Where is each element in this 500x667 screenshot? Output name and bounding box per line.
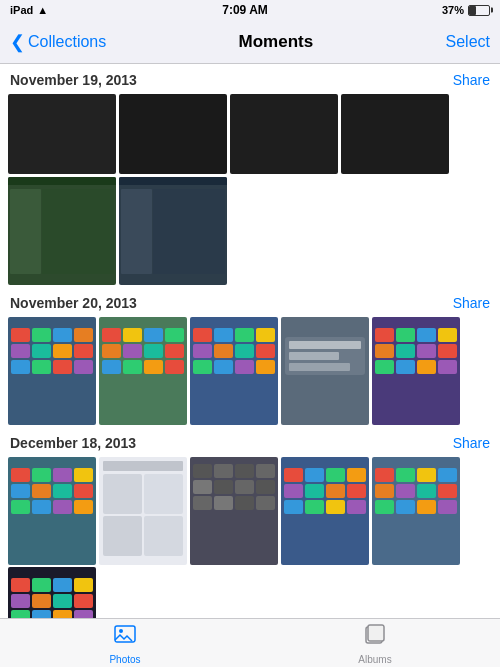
section-date-nov20: November 20, 2013: [10, 295, 137, 311]
carrier-label: iPad: [10, 4, 33, 16]
photo-thumb[interactable]: [8, 457, 96, 565]
section-header-dec18: December 18, 2013 Share: [0, 427, 500, 455]
section-date-nov19: November 19, 2013: [10, 72, 137, 88]
photo-grid-nov19: [0, 92, 500, 287]
svg-point-1: [119, 629, 123, 633]
photo-thumb[interactable]: [99, 317, 187, 425]
photo-thumb[interactable]: [8, 567, 96, 618]
photo-thumb[interactable]: [341, 94, 449, 174]
select-button[interactable]: Select: [446, 33, 490, 51]
chevron-left-icon: ❮: [10, 31, 25, 53]
tab-albums[interactable]: Albums: [250, 622, 500, 665]
nav-title: Moments: [239, 32, 314, 52]
section-dec18: December 18, 2013 Share: [0, 427, 500, 618]
status-right: 37%: [442, 4, 490, 16]
photos-icon: [113, 622, 137, 652]
battery-icon: [468, 5, 490, 16]
back-button[interactable]: ❮ Collections: [10, 31, 106, 53]
photo-thumb[interactable]: [230, 94, 338, 174]
share-button-nov19[interactable]: Share: [453, 72, 490, 88]
battery-percent: 37%: [442, 4, 464, 16]
photo-thumb[interactable]: [281, 317, 369, 425]
photo-thumb[interactable]: [8, 94, 116, 174]
tab-photos[interactable]: Photos: [0, 622, 250, 665]
wifi-icon: ▲: [37, 4, 48, 16]
photo-thumb[interactable]: [119, 94, 227, 174]
photo-thumb[interactable]: [119, 177, 227, 285]
photo-grid-nov20: [0, 315, 500, 427]
status-time: 7:09 AM: [222, 3, 268, 17]
albums-icon: [363, 622, 387, 652]
section-date-dec18: December 18, 2013: [10, 435, 136, 451]
nav-bar: ❮ Collections Moments Select: [0, 20, 500, 64]
photo-thumb[interactable]: [190, 317, 278, 425]
photo-thumb[interactable]: [372, 457, 460, 565]
photo-grid-dec18-row2: [0, 567, 500, 618]
photo-thumb[interactable]: [99, 457, 187, 565]
back-label: Collections: [28, 33, 106, 51]
photo-thumb[interactable]: [281, 457, 369, 565]
photo-grid-dec18: [0, 455, 500, 567]
share-button-dec18[interactable]: Share: [453, 435, 490, 451]
tab-photos-label: Photos: [109, 654, 140, 665]
svg-rect-0: [115, 626, 135, 642]
photo-thumb[interactable]: [190, 457, 278, 565]
status-left: iPad ▲: [10, 4, 48, 16]
battery-fill: [469, 6, 476, 15]
tab-albums-label: Albums: [358, 654, 391, 665]
photo-thumb[interactable]: [8, 317, 96, 425]
content-area: November 19, 2013 Share: [0, 64, 500, 618]
photo-thumb[interactable]: [8, 177, 116, 285]
section-nov19: November 19, 2013 Share: [0, 64, 500, 287]
section-header-nov20: November 20, 2013 Share: [0, 287, 500, 315]
svg-rect-3: [368, 625, 384, 641]
section-nov20: November 20, 2013 Share: [0, 287, 500, 427]
status-bar: iPad ▲ 7:09 AM 37%: [0, 0, 500, 20]
section-header-nov19: November 19, 2013 Share: [0, 64, 500, 92]
tab-bar: Photos Albums: [0, 618, 500, 667]
share-button-nov20[interactable]: Share: [453, 295, 490, 311]
photo-thumb[interactable]: [372, 317, 460, 425]
